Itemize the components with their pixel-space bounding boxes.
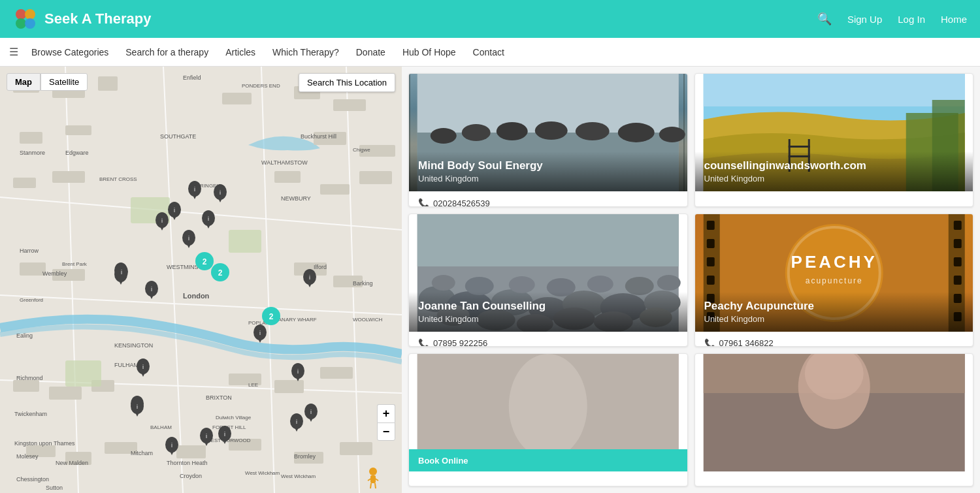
svg-text:Brent Park: Brent Park — [62, 261, 88, 267]
svg-text:Edgware: Edgware — [65, 150, 89, 156]
phone-number: 020284526539 — [433, 199, 490, 207]
card-image — [695, 354, 973, 471]
search-icon[interactable]: 🔍 — [817, 12, 832, 26]
svg-rect-32 — [49, 387, 82, 400]
login-link[interactable]: Log In — [898, 14, 925, 25]
nav-browse[interactable]: Browse Categories — [25, 38, 115, 67]
map-svg: Barnet Borehamwood Enfield PONDERS END L… — [0, 67, 402, 493]
card-overlay: Mind Body Soul Energy United Kingdom — [409, 151, 687, 191]
svg-rect-27 — [20, 262, 46, 276]
card-overlay: counsellinginwandsworth.com United Kingd… — [695, 151, 973, 191]
svg-rect-218 — [953, 221, 961, 230]
nav-which[interactable]: Which Therapy? — [266, 38, 346, 67]
svg-text:i: i — [206, 433, 207, 439]
svg-point-173 — [462, 124, 491, 141]
svg-point-175 — [535, 121, 568, 140]
search-location-button[interactable]: Search This Location — [299, 73, 395, 92]
svg-text:i: i — [121, 269, 122, 276]
svg-text:NEWBURY: NEWBURY — [281, 195, 311, 202]
svg-point-202 — [432, 275, 455, 291]
svg-text:FULHAM: FULHAM — [114, 362, 139, 368]
svg-text:Harrow: Harrow — [20, 247, 39, 254]
svg-text:Sutton: Sutton — [46, 485, 63, 491]
menu-icon[interactable]: ☰ — [9, 46, 18, 58]
card-overlay: Joanne Tan Counselling United Kingdom — [409, 292, 687, 332]
svg-text:SOUTHGATE: SOUTHGATE — [160, 133, 196, 140]
listing-card[interactable]: counsellinginwandsworth.com United Kingd… — [694, 73, 974, 207]
svg-text:Stanmore: Stanmore — [20, 150, 45, 156]
phone-icon: 📞 — [418, 198, 429, 207]
nav-donate[interactable]: Donate — [350, 38, 392, 67]
svg-rect-35 — [274, 380, 304, 393]
svg-text:i: i — [171, 442, 172, 449]
map-panel: Barnet Borehamwood Enfield PONDERS END L… — [0, 67, 402, 493]
card-body: 📞 07961 346822 — [695, 332, 973, 347]
card-country: United Kingdom — [418, 314, 678, 324]
svg-text:BRENT CROSS: BRENT CROSS — [99, 176, 137, 182]
zoom-out-btn[interactable]: − — [377, 422, 395, 441]
nav-contact[interactable]: Contact — [466, 38, 511, 67]
svg-text:West Wickham: West Wickham — [281, 473, 316, 479]
svg-rect-18 — [20, 132, 42, 144]
satellite-view-btn[interactable]: Satellite — [41, 73, 88, 91]
svg-text:i: i — [188, 235, 189, 242]
svg-rect-36 — [320, 367, 353, 379]
svg-text:Buckhurst Hill: Buckhurst Hill — [301, 133, 336, 140]
nav-search[interactable]: Search for a therapy — [119, 38, 215, 67]
svg-rect-15 — [222, 93, 252, 104]
svg-text:Chigwe: Chigwe — [353, 147, 370, 153]
card-image: Mind Body Soul Energy United Kingdom — [409, 74, 687, 191]
svg-text:Twickenham: Twickenham — [14, 411, 47, 417]
card-image-bg — [695, 354, 973, 471]
svg-text:i: i — [137, 404, 138, 410]
signup-link[interactable]: Sign Up — [847, 14, 882, 25]
home-link[interactable]: Home — [941, 14, 967, 25]
card-image: PEACHY acupuncture Peachy Acupuncture Un… — [695, 214, 973, 332]
svg-point-2 — [16, 18, 26, 29]
svg-text:KENSINGTON: KENSINGTON — [114, 342, 153, 349]
svg-text:i: i — [309, 274, 310, 281]
svg-rect-213 — [706, 239, 714, 248]
svg-text:2: 2 — [218, 268, 223, 278]
listing-card[interactable]: Mind Body Soul Energy United Kingdom 📞 0… — [408, 73, 688, 207]
svg-text:i: i — [174, 207, 175, 214]
svg-text:BALHAM: BALHAM — [150, 424, 172, 430]
svg-text:Kingston upon Thames: Kingston upon Thames — [14, 440, 75, 447]
svg-text:Enfield: Enfield — [183, 74, 201, 81]
listing-card[interactable]: PEACHY acupuncture Peachy Acupuncture Un… — [694, 214, 974, 347]
svg-point-230 — [509, 354, 587, 458]
zoom-in-btn[interactable]: + — [377, 404, 395, 422]
svg-text:PEACHY: PEACHY — [791, 252, 877, 272]
svg-text:Ilford: Ilford — [314, 264, 327, 270]
svg-rect-40 — [176, 445, 206, 458]
nav-hub[interactable]: Hub Of Hope — [396, 38, 463, 67]
card-body: 📞 07895 922256 — [409, 332, 687, 347]
svg-text:LEE: LEE — [248, 382, 258, 388]
listing-card[interactable]: Joanne Tan Counselling United Kingdom 📞 … — [408, 214, 688, 347]
svg-point-1 — [25, 9, 35, 20]
listing-card[interactable] — [694, 353, 974, 486]
svg-text:Molesey: Molesey — [16, 453, 39, 460]
map-view-btn[interactable]: Map — [7, 73, 41, 91]
svg-text:London: London — [183, 292, 210, 300]
svg-text:i: i — [151, 286, 152, 293]
svg-rect-45 — [229, 230, 261, 253]
nav-articles[interactable]: Articles — [219, 38, 262, 67]
svg-text:i: i — [297, 368, 299, 375]
svg-text:Greenford: Greenford — [20, 297, 43, 303]
svg-rect-183 — [788, 146, 809, 148]
svg-rect-215 — [706, 276, 714, 285]
svg-text:Richmond: Richmond — [16, 375, 43, 381]
svg-rect-24 — [274, 171, 301, 183]
svg-text:2: 2 — [269, 312, 274, 321]
svg-rect-22 — [13, 178, 36, 188]
card-image: counsellinginwandsworth.com United Kingd… — [695, 74, 973, 191]
svg-text:i: i — [208, 215, 209, 222]
phone-icon: 📞 — [704, 338, 715, 347]
map-container: Barnet Borehamwood Enfield PONDERS END L… — [0, 67, 402, 493]
card-title: Joanne Tan Counselling — [418, 300, 678, 313]
svg-text:i: i — [259, 330, 261, 336]
listing-card[interactable]: Book Online — [408, 353, 688, 486]
svg-point-163 — [369, 468, 377, 475]
svg-rect-214 — [706, 257, 714, 266]
